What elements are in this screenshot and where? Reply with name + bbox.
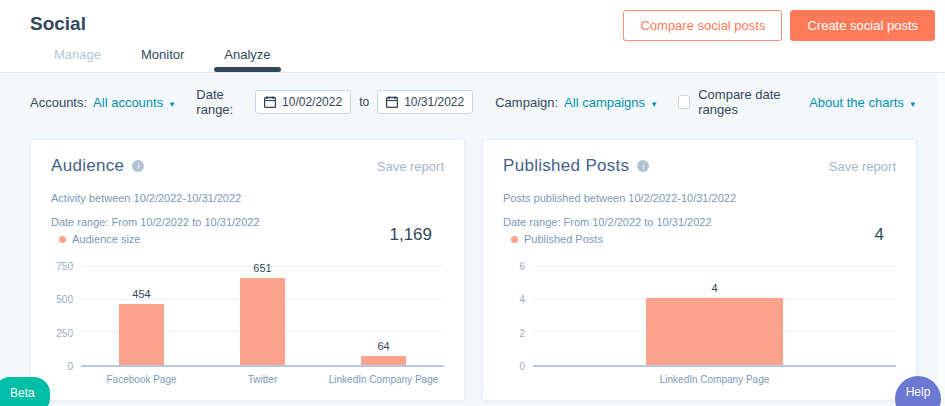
chart-column: 64 bbox=[323, 267, 444, 365]
scrollbar-track[interactable] bbox=[937, 73, 945, 406]
bar[interactable] bbox=[119, 304, 165, 365]
y-axis-tick: 750 bbox=[56, 261, 73, 272]
audience-report-card: Audience i Save report Activity between … bbox=[30, 139, 465, 401]
about-the-charts-label: About the charts bbox=[809, 95, 904, 110]
audience-card-title: Audience bbox=[51, 156, 124, 176]
legend-dot-icon bbox=[59, 236, 66, 243]
x-axis-labels: LinkedIn Company Page bbox=[533, 374, 896, 385]
accounts-filter: Accounts: All accounts ▾ bbox=[30, 95, 174, 110]
accounts-dropdown[interactable]: All accounts ▾ bbox=[93, 95, 174, 110]
chevron-down-icon: ▾ bbox=[652, 99, 657, 109]
compare-date-ranges-group: Compare date ranges bbox=[678, 87, 809, 117]
calendar-icon bbox=[386, 96, 398, 108]
info-icon[interactable]: i bbox=[132, 160, 144, 172]
chart-column: 651 bbox=[202, 267, 323, 365]
accounts-dropdown-value: All accounts bbox=[93, 95, 163, 110]
bar[interactable] bbox=[361, 356, 407, 365]
tab-manage[interactable]: Manage bbox=[48, 41, 107, 72]
chart-plot-area: 4 bbox=[533, 267, 896, 367]
compare-social-posts-button[interactable]: Compare social posts bbox=[623, 10, 782, 41]
published-posts-date-range: Date range: From 10/2/2022 to 10/31/2022 bbox=[503, 216, 712, 228]
x-axis-label: Facebook Page bbox=[81, 374, 202, 385]
date-to-input[interactable]: 10/31/2022 bbox=[377, 90, 473, 114]
date-to-word: to bbox=[359, 95, 369, 109]
published-posts-card-title: Published Posts bbox=[503, 156, 629, 176]
date-from-input[interactable]: 10/02/2022 bbox=[255, 90, 351, 114]
compare-date-ranges-checkbox[interactable] bbox=[678, 95, 690, 109]
x-axis-label: LinkedIn Company Page bbox=[323, 374, 444, 385]
campaign-dropdown-value: All campaigns bbox=[564, 95, 645, 110]
compare-date-ranges-label: Compare date ranges bbox=[698, 87, 803, 117]
audience-legend-label: Audience size bbox=[72, 233, 141, 245]
bar-value-label: 64 bbox=[377, 340, 389, 352]
calendar-icon bbox=[264, 96, 276, 108]
chart-column: 454 bbox=[81, 267, 202, 365]
x-axis-label: LinkedIn Company Page bbox=[533, 374, 896, 385]
chevron-down-icon: ▾ bbox=[170, 99, 175, 109]
report-cards: Audience i Save report Activity between … bbox=[30, 139, 917, 401]
page-title: Social bbox=[30, 13, 86, 35]
date-to-value: 10/31/2022 bbox=[404, 95, 464, 109]
y-axis: 0250500750 bbox=[51, 267, 81, 367]
audience-total: 1,169 bbox=[389, 225, 444, 245]
y-axis-tick: 500 bbox=[56, 294, 73, 305]
y-axis: 0246 bbox=[503, 267, 533, 367]
chart-plot-area: 45465164 bbox=[81, 267, 444, 367]
header-buttons: Compare social posts Create social posts bbox=[623, 10, 935, 41]
tab-analyze[interactable]: Analyze bbox=[218, 41, 276, 72]
published-posts-report-card: Published Posts i Save report Posts publ… bbox=[482, 139, 917, 401]
y-axis-tick: 6 bbox=[519, 261, 525, 272]
beta-badge[interactable]: Beta bbox=[0, 377, 50, 406]
date-range-label: Date range: bbox=[196, 87, 249, 117]
page-header: Social Compare social posts Create socia… bbox=[0, 0, 945, 73]
save-report-link[interactable]: Save report bbox=[829, 159, 896, 174]
chart-bars: 4 bbox=[533, 267, 896, 365]
bar[interactable] bbox=[646, 298, 784, 365]
published-posts-legend-label: Published Posts bbox=[524, 233, 603, 245]
filter-bar: Accounts: All accounts ▾ Date range: 10/… bbox=[0, 73, 945, 117]
x-axis-labels: Facebook PageTwitterLinkedIn Company Pag… bbox=[81, 374, 444, 385]
bar-value-label: 4 bbox=[711, 282, 717, 294]
audience-subtitle: Activity between 10/2/2022-10/31/2022 bbox=[51, 192, 444, 204]
campaign-filter: Campaign: All campaigns ▾ bbox=[495, 95, 656, 110]
audience-legend: Audience size bbox=[59, 233, 260, 245]
audience-bar-chart: 0250500750 45465164 bbox=[51, 267, 444, 367]
date-range-filter: Date range: 10/02/2022 to 10/31/2022 bbox=[196, 87, 473, 117]
published-posts-legend: Published Posts bbox=[511, 233, 712, 245]
about-the-charts-link[interactable]: About the charts ▾ bbox=[809, 95, 915, 110]
tab-monitor[interactable]: Monitor bbox=[135, 41, 190, 72]
bar[interactable] bbox=[240, 278, 286, 365]
y-axis-tick: 2 bbox=[519, 328, 525, 339]
published-posts-bar-chart: 0246 4 bbox=[503, 267, 896, 367]
chevron-down-icon: ▾ bbox=[910, 99, 915, 109]
create-social-posts-button[interactable]: Create social posts bbox=[790, 10, 935, 41]
y-axis-tick: 0 bbox=[519, 361, 525, 372]
save-report-link[interactable]: Save report bbox=[377, 159, 444, 174]
audience-date-range: Date range: From 10/2/2022 to 10/31/2022 bbox=[51, 216, 260, 228]
y-axis-tick: 250 bbox=[56, 328, 73, 339]
published-posts-subtitle: Posts published between 10/2/2022-10/31/… bbox=[503, 192, 896, 204]
y-axis-tick: 0 bbox=[67, 361, 73, 372]
info-icon[interactable]: i bbox=[637, 160, 649, 172]
campaign-label: Campaign: bbox=[495, 95, 558, 110]
bar-value-label: 651 bbox=[253, 262, 271, 274]
date-from-value: 10/02/2022 bbox=[282, 95, 342, 109]
tab-bar: Manage Monitor Analyze bbox=[48, 41, 277, 72]
y-axis-tick: 4 bbox=[519, 294, 525, 305]
chart-column: 4 bbox=[533, 267, 896, 365]
chart-bars: 45465164 bbox=[81, 267, 444, 365]
x-axis-label: Twitter bbox=[202, 374, 323, 385]
published-posts-total: 4 bbox=[875, 225, 896, 245]
legend-dot-icon bbox=[511, 236, 518, 243]
campaign-dropdown[interactable]: All campaigns ▾ bbox=[564, 95, 656, 110]
bar-value-label: 454 bbox=[132, 288, 150, 300]
accounts-label: Accounts: bbox=[30, 95, 87, 110]
